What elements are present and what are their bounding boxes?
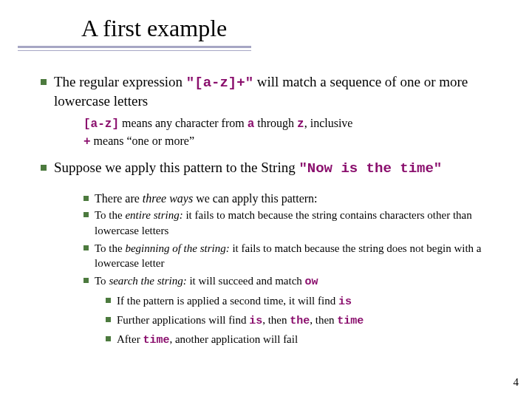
- bullet-text: There are three ways we can apply this p…: [95, 191, 318, 207]
- bullet-level4: Further applications will find is, then …: [106, 313, 510, 329]
- bullet-text: Suppose we apply this pattern to the Str…: [54, 159, 442, 178]
- bullet-level3: To the entire string: it fails to match …: [83, 208, 510, 238]
- code-snippet: ow: [305, 276, 318, 288]
- code-snippet: "[a-z]+": [186, 75, 253, 91]
- square-bullet-icon: [83, 212, 89, 217]
- code-snippet: z: [297, 117, 304, 131]
- sub-line: + means “one or more”: [83, 134, 510, 150]
- code-snippet: is: [338, 296, 352, 308]
- square-bullet-icon: [106, 298, 111, 303]
- square-bullet-icon: [83, 196, 89, 201]
- code-snippet: +: [83, 135, 91, 149]
- square-bullet-icon: [83, 245, 89, 250]
- bullet-level1: The regular expression "[a-z]+" will mat…: [41, 73, 510, 110]
- code-snippet: the: [290, 315, 310, 327]
- square-bullet-icon: [41, 79, 47, 85]
- bullet-level3: To the beginning of the string: it fails…: [83, 241, 510, 271]
- square-bullet-icon: [106, 336, 111, 341]
- slide-title-wrap: A first example: [81, 15, 510, 42]
- sub-line: [a-z] means any character from a through…: [83, 116, 510, 132]
- square-bullet-icon: [106, 317, 111, 322]
- code-snippet: time: [143, 334, 169, 347]
- bullet-text: The regular expression "[a-z]+" will mat…: [54, 73, 510, 110]
- square-bullet-icon: [41, 165, 47, 171]
- square-bullet-icon: [83, 278, 89, 283]
- code-snippet: [a-z]: [83, 117, 119, 131]
- bullet-text: Further applications will find is, then …: [117, 313, 364, 329]
- code-snippet: "Now is the time": [299, 160, 442, 177]
- bullet-text: If the pattern is applied a second time,…: [117, 293, 352, 310]
- bullet-text: To the beginning of the string: it fails…: [95, 241, 510, 271]
- page-number: 4: [514, 376, 519, 389]
- bullet-level1: Suppose we apply this pattern to the Str…: [41, 159, 510, 178]
- code-snippet: time: [337, 315, 364, 327]
- code-snippet: a: [248, 117, 255, 131]
- slide-title: A first example: [81, 15, 510, 42]
- code-snippet: is: [249, 315, 262, 327]
- bullet-text: To search the string: it will succeed an…: [95, 273, 318, 290]
- bullet-text: After time, another application will fai…: [117, 332, 298, 348]
- bullet-level3: To search the string: it will succeed an…: [83, 273, 510, 290]
- bullet-level4: If the pattern is applied a second time,…: [106, 293, 510, 310]
- title-underline: [18, 46, 251, 48]
- title-underline-thin: [18, 50, 251, 51]
- bullet-text: To the entire string: it fails to match …: [95, 208, 510, 238]
- bullet-level2: There are three ways we can apply this p…: [83, 191, 510, 207]
- bullet-level4: After time, another application will fai…: [106, 332, 510, 348]
